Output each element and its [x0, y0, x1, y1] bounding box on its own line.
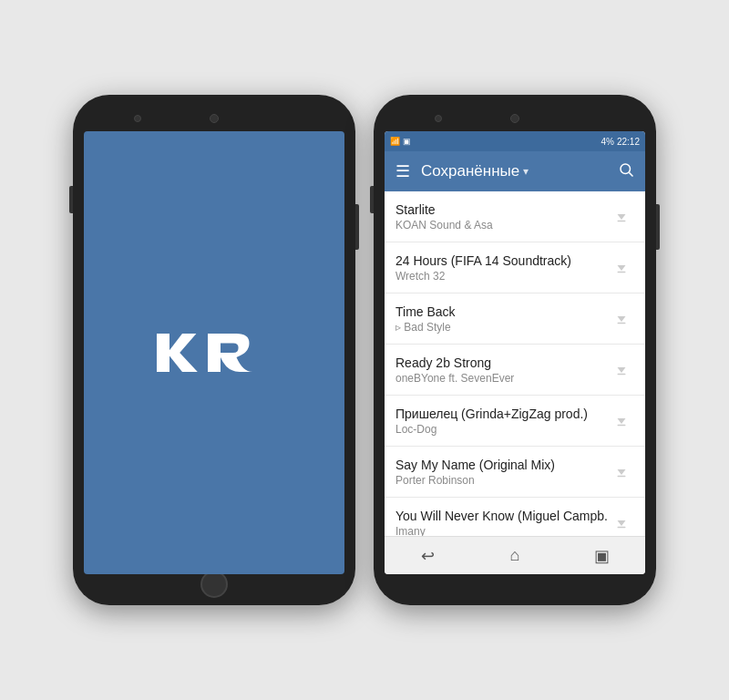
back-button[interactable]: ↩	[410, 538, 447, 574]
track-title-6: You Will Never Know (Miguel Campb.	[395, 509, 609, 523]
time-text: 22:12	[617, 137, 640, 147]
left-phone-bottom-bar	[84, 574, 344, 594]
track-title-0: Starlite	[395, 202, 609, 217]
vk-logo-icon	[150, 316, 278, 389]
phones-container: 📶 ▣ 4% 22:12 ☰ Сохранённые ▾	[73, 95, 656, 605]
app-bar: ☰ Сохранённые ▾	[385, 151, 645, 191]
dropdown-arrow-icon[interactable]: ▾	[523, 165, 529, 178]
track-info-0: Starlite KOAN Sound & Asa	[395, 202, 609, 232]
track-artist-6: Imany	[395, 525, 609, 537]
left-home-button[interactable]	[200, 571, 228, 598]
app-bar-title: Сохранённые ▾	[421, 162, 618, 180]
track-list: Starlite KOAN Sound & Asa 24 Hours (FIFA…	[385, 191, 645, 536]
right-speaker-icon	[435, 115, 442, 122]
download-button-1[interactable]	[609, 255, 634, 281]
left-phone-top-bar	[84, 106, 344, 131]
svg-rect-3	[618, 220, 626, 221]
battery-text: 4%	[601, 137, 614, 147]
svg-marker-6	[618, 316, 626, 322]
right-phone-top-bar	[385, 106, 645, 131]
track-info-2: Time Back ▹ Bad Style	[395, 304, 609, 334]
track-artist-0: KOAN Sound & Asa	[395, 219, 609, 232]
svg-marker-12	[618, 469, 626, 475]
download-button-4[interactable]	[609, 408, 634, 434]
right-camera-icon	[510, 114, 519, 123]
recents-button[interactable]: ▣	[583, 538, 620, 574]
menu-button[interactable]: ☰	[395, 161, 410, 181]
svg-rect-11	[618, 424, 626, 426]
download-button-5[interactable]	[609, 459, 634, 485]
status-bar: 📶 ▣ 4% 22:12	[385, 131, 645, 151]
track-title-3: Ready 2b Strong	[395, 355, 609, 370]
svg-point-0	[621, 164, 631, 174]
svg-marker-14	[618, 520, 626, 526]
download-button-3[interactable]	[609, 357, 634, 383]
track-item-2[interactable]: Time Back ▹ Bad Style	[385, 293, 645, 345]
search-button[interactable]	[618, 161, 634, 182]
track-info-5: Say My Name (Original Mix) Porter Robins…	[395, 458, 609, 487]
track-item-3[interactable]: Ready 2b Strong oneBYone ft. SevenEver	[385, 345, 645, 396]
right-phone-screen: 📶 ▣ 4% 22:12 ☰ Сохранённые ▾	[385, 131, 645, 574]
status-left: 📶 ▣	[390, 137, 411, 146]
left-speaker-icon	[134, 115, 141, 122]
svg-rect-7	[618, 322, 626, 324]
track-artist-5: Porter Robinson	[395, 474, 609, 487]
svg-marker-8	[618, 367, 626, 373]
track-title-5: Say My Name (Original Mix)	[395, 458, 609, 472]
right-phone: 📶 ▣ 4% 22:12 ☰ Сохранённые ▾	[374, 95, 656, 605]
svg-marker-2	[618, 214, 626, 220]
track-item-5[interactable]: Say My Name (Original Mix) Porter Robins…	[385, 447, 645, 498]
svg-rect-5	[618, 271, 626, 273]
app-title-text: Сохранённые	[421, 162, 519, 180]
track-artist-1: Wretch 32	[395, 270, 609, 283]
svg-line-1	[629, 172, 632, 176]
track-info-1: 24 Hours (FIFA 14 Soundtrack) Wretch 32	[395, 253, 609, 283]
left-camera-icon	[210, 114, 219, 123]
track-artist-4: Loc-Dog	[395, 423, 609, 436]
status-right: 4% 22:12	[601, 137, 640, 147]
notification-icon: 📶	[390, 137, 400, 146]
svg-rect-9	[618, 373, 626, 375]
track-info-4: Пришелец (Grinda+ZigZag prod.) Loc-Dog	[395, 407, 609, 436]
track-info-3: Ready 2b Strong oneBYone ft. SevenEver	[395, 355, 609, 385]
svg-marker-4	[618, 265, 626, 271]
svg-rect-15	[618, 526, 626, 528]
track-item-0[interactable]: Starlite KOAN Sound & Asa	[385, 191, 645, 242]
track-item-6[interactable]: You Will Never Know (Miguel Campb. Imany	[385, 498, 645, 536]
left-phone	[73, 95, 355, 605]
track-info-6: You Will Never Know (Miguel Campb. Imany	[395, 509, 609, 537]
left-phone-screen	[84, 131, 344, 574]
nav-bar: ↩ ⌂ ▣	[385, 536, 645, 574]
track-title-1: 24 Hours (FIFA 14 Soundtrack)	[395, 253, 609, 268]
track-artist-2: ▹ Bad Style	[395, 321, 609, 334]
download-button-0[interactable]	[609, 204, 634, 230]
track-artist-3: oneBYone ft. SevenEver	[395, 372, 609, 385]
wifi-icon: ▣	[403, 137, 411, 146]
right-phone-bottom-bar	[385, 574, 645, 594]
track-title-4: Пришелец (Grinda+ZigZag prod.)	[395, 407, 609, 421]
track-title-2: Time Back	[395, 304, 609, 319]
download-button-6[interactable]	[609, 510, 634, 536]
home-button[interactable]: ⌂	[497, 538, 533, 574]
track-item-1[interactable]: 24 Hours (FIFA 14 Soundtrack) Wretch 32	[385, 242, 645, 293]
download-button-2[interactable]	[609, 306, 634, 332]
track-item-4[interactable]: Пришелец (Grinda+ZigZag prod.) Loc-Dog	[385, 396, 645, 447]
vk-splash-screen	[84, 131, 344, 574]
svg-marker-10	[618, 418, 626, 424]
music-app-screen: 📶 ▣ 4% 22:12 ☰ Сохранённые ▾	[385, 131, 645, 574]
svg-rect-13	[618, 475, 626, 477]
